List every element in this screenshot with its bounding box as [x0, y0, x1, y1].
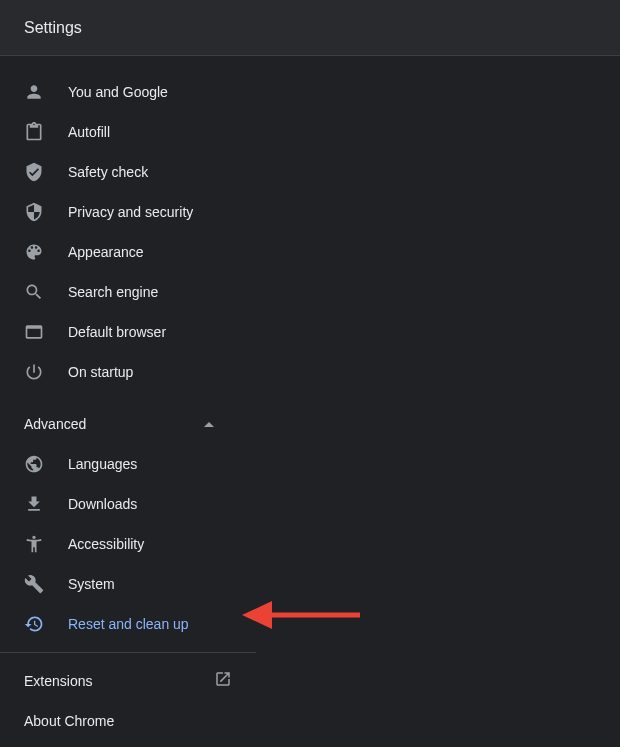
- nav-item-privacy[interactable]: Privacy and security: [0, 192, 620, 232]
- browser-icon: [24, 322, 44, 342]
- nav-label: Appearance: [68, 244, 144, 260]
- chevron-up-icon: [204, 422, 214, 427]
- nav-label: Default browser: [68, 324, 166, 340]
- nav-item-accessibility[interactable]: Accessibility: [0, 524, 620, 564]
- nav-label: System: [68, 576, 115, 592]
- power-icon: [24, 362, 44, 382]
- download-icon: [24, 494, 44, 514]
- globe-icon: [24, 454, 44, 474]
- advanced-section-toggle[interactable]: Advanced: [0, 404, 238, 444]
- nav-label: On startup: [68, 364, 133, 380]
- nav-item-you-and-google[interactable]: You and Google: [0, 72, 620, 112]
- nav-label: Search engine: [68, 284, 158, 300]
- restore-icon: [24, 614, 44, 634]
- clipboard-icon: [24, 122, 44, 142]
- nav-label: Downloads: [68, 496, 137, 512]
- nav-label: Languages: [68, 456, 137, 472]
- nav-label: You and Google: [68, 84, 168, 100]
- nav-label: Privacy and security: [68, 204, 193, 220]
- header: Settings: [0, 0, 620, 56]
- nav-item-search-engine[interactable]: Search engine: [0, 272, 620, 312]
- palette-icon: [24, 242, 44, 262]
- person-icon: [24, 82, 44, 102]
- divider: [0, 652, 256, 653]
- nav-item-languages[interactable]: Languages: [0, 444, 620, 484]
- nav-label: About Chrome: [24, 713, 114, 729]
- settings-nav: You and Google Autofill Safety check Pri…: [0, 56, 620, 741]
- nav-item-autofill[interactable]: Autofill: [0, 112, 620, 152]
- shield-check-icon: [24, 162, 44, 182]
- nav-item-on-startup[interactable]: On startup: [0, 352, 620, 392]
- wrench-icon: [24, 574, 44, 594]
- nav-label: Extensions: [24, 673, 92, 689]
- nav-item-safety-check[interactable]: Safety check: [0, 152, 620, 192]
- search-icon: [24, 282, 44, 302]
- nav-item-extensions[interactable]: Extensions: [0, 661, 256, 701]
- section-label: Advanced: [24, 416, 86, 432]
- nav-label: Safety check: [68, 164, 148, 180]
- page-title: Settings: [24, 19, 82, 37]
- accessibility-icon: [24, 534, 44, 554]
- nav-item-system[interactable]: System: [0, 564, 620, 604]
- nav-item-appearance[interactable]: Appearance: [0, 232, 620, 272]
- nav-item-reset-cleanup[interactable]: Reset and clean up: [0, 604, 620, 644]
- nav-label: Accessibility: [68, 536, 144, 552]
- nav-label: Autofill: [68, 124, 110, 140]
- shield-icon: [24, 202, 44, 222]
- nav-item-default-browser[interactable]: Default browser: [0, 312, 620, 352]
- nav-item-about-chrome[interactable]: About Chrome: [0, 701, 256, 741]
- external-link-icon: [214, 670, 232, 692]
- nav-label: Reset and clean up: [68, 616, 189, 632]
- nav-item-downloads[interactable]: Downloads: [0, 484, 620, 524]
